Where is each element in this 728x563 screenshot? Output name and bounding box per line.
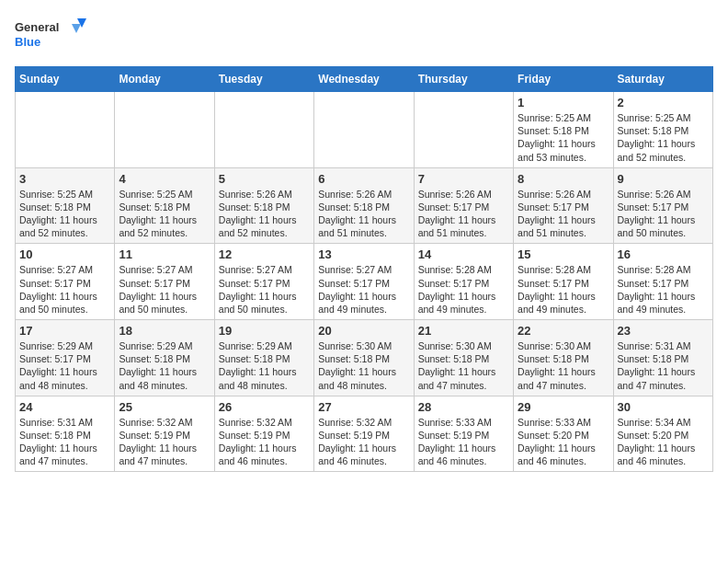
weekday-header-wednesday: Wednesday (314, 67, 414, 92)
calendar-table: SundayMondayTuesdayWednesdayThursdayFrid… (15, 66, 713, 472)
day-number: 15 (518, 247, 609, 261)
day-cell: 26Sunrise: 5:32 AMSunset: 5:19 PMDayligh… (214, 396, 313, 472)
day-info: Sunrise: 5:25 AMSunset: 5:18 PMDaylight:… (618, 111, 709, 164)
day-info: Sunrise: 5:26 AMSunset: 5:17 PMDaylight:… (418, 188, 509, 240)
day-info: Sunrise: 5:28 AMSunset: 5:17 PMDaylight:… (618, 263, 709, 316)
day-number: 26 (219, 400, 310, 414)
day-number: 5 (219, 172, 310, 186)
day-info: Sunrise: 5:32 AMSunset: 5:19 PMDaylight:… (119, 416, 210, 468)
day-cell: 24Sunrise: 5:31 AMSunset: 5:18 PMDayligh… (16, 396, 115, 472)
day-info: Sunrise: 5:27 AMSunset: 5:17 PMDaylight:… (119, 263, 210, 316)
day-cell: 16Sunrise: 5:28 AMSunset: 5:17 PMDayligh… (613, 244, 712, 320)
day-number: 23 (618, 324, 709, 338)
day-cell: 17Sunrise: 5:29 AMSunset: 5:17 PMDayligh… (16, 320, 115, 396)
weekday-header-monday: Monday (115, 67, 214, 92)
day-info: Sunrise: 5:29 AMSunset: 5:18 PMDaylight:… (219, 339, 310, 392)
logo: General Blue (15, 15, 88, 55)
day-info: Sunrise: 5:26 AMSunset: 5:17 PMDaylight:… (618, 188, 709, 240)
weekday-header-tuesday: Tuesday (214, 67, 313, 92)
day-number: 8 (518, 172, 609, 186)
day-info: Sunrise: 5:26 AMSunset: 5:17 PMDaylight:… (518, 188, 609, 240)
day-cell: 14Sunrise: 5:28 AMSunset: 5:17 PMDayligh… (414, 244, 513, 320)
day-cell: 2Sunrise: 5:25 AMSunset: 5:18 PMDaylight… (613, 92, 712, 168)
weekday-header-saturday: Saturday (613, 67, 712, 92)
day-number: 24 (19, 400, 110, 414)
day-number: 25 (119, 400, 210, 414)
day-number: 12 (219, 247, 310, 261)
day-cell: 19Sunrise: 5:29 AMSunset: 5:18 PMDayligh… (214, 320, 313, 396)
day-info: Sunrise: 5:26 AMSunset: 5:18 PMDaylight:… (318, 188, 409, 240)
day-info: Sunrise: 5:31 AMSunset: 5:18 PMDaylight:… (618, 339, 709, 392)
day-cell: 8Sunrise: 5:26 AMSunset: 5:17 PMDaylight… (514, 167, 613, 244)
day-cell: 4Sunrise: 5:25 AMSunset: 5:18 PMDaylight… (115, 167, 214, 244)
day-number: 29 (518, 400, 609, 414)
day-number: 20 (318, 324, 409, 338)
week-row-5: 24Sunrise: 5:31 AMSunset: 5:18 PMDayligh… (16, 396, 713, 472)
day-cell (414, 92, 513, 168)
day-number: 1 (518, 96, 609, 109)
day-cell (16, 92, 115, 168)
day-cell: 12Sunrise: 5:27 AMSunset: 5:17 PMDayligh… (214, 244, 313, 320)
day-number: 7 (418, 172, 509, 186)
day-info: Sunrise: 5:29 AMSunset: 5:17 PMDaylight:… (19, 339, 110, 392)
day-cell: 3Sunrise: 5:25 AMSunset: 5:18 PMDaylight… (16, 167, 115, 244)
day-number: 13 (318, 247, 409, 261)
day-number: 16 (618, 247, 709, 261)
day-cell: 9Sunrise: 5:26 AMSunset: 5:17 PMDaylight… (613, 167, 712, 244)
week-row-3: 10Sunrise: 5:27 AMSunset: 5:17 PMDayligh… (16, 244, 713, 320)
day-info: Sunrise: 5:28 AMSunset: 5:17 PMDaylight:… (418, 263, 509, 316)
svg-text:Blue: Blue (15, 35, 40, 49)
weekday-header-sunday: Sunday (16, 67, 115, 92)
day-info: Sunrise: 5:28 AMSunset: 5:17 PMDaylight:… (518, 263, 609, 316)
day-info: Sunrise: 5:32 AMSunset: 5:19 PMDaylight:… (219, 416, 310, 468)
day-info: Sunrise: 5:26 AMSunset: 5:18 PMDaylight:… (219, 188, 310, 240)
day-info: Sunrise: 5:27 AMSunset: 5:17 PMDaylight:… (219, 263, 310, 316)
day-cell: 15Sunrise: 5:28 AMSunset: 5:17 PMDayligh… (514, 244, 613, 320)
day-info: Sunrise: 5:31 AMSunset: 5:18 PMDaylight:… (19, 416, 110, 468)
day-number: 4 (119, 172, 210, 186)
week-row-1: 1Sunrise: 5:25 AMSunset: 5:18 PMDaylight… (16, 92, 713, 168)
day-cell: 10Sunrise: 5:27 AMSunset: 5:17 PMDayligh… (16, 244, 115, 320)
day-number: 27 (318, 400, 409, 414)
day-cell: 11Sunrise: 5:27 AMSunset: 5:17 PMDayligh… (115, 244, 214, 320)
logo-svg: General Blue (15, 15, 88, 55)
day-cell: 18Sunrise: 5:29 AMSunset: 5:18 PMDayligh… (115, 320, 214, 396)
day-info: Sunrise: 5:27 AMSunset: 5:17 PMDaylight:… (318, 263, 409, 316)
day-info: Sunrise: 5:34 AMSunset: 5:20 PMDaylight:… (618, 416, 709, 468)
day-info: Sunrise: 5:32 AMSunset: 5:19 PMDaylight:… (318, 416, 409, 468)
weekday-header-thursday: Thursday (414, 67, 513, 92)
day-number: 19 (219, 324, 310, 338)
day-cell: 28Sunrise: 5:33 AMSunset: 5:19 PMDayligh… (414, 396, 513, 472)
day-info: Sunrise: 5:27 AMSunset: 5:17 PMDaylight:… (19, 263, 110, 316)
day-info: Sunrise: 5:30 AMSunset: 5:18 PMDaylight:… (518, 339, 609, 392)
day-cell: 22Sunrise: 5:30 AMSunset: 5:18 PMDayligh… (514, 320, 613, 396)
day-cell: 23Sunrise: 5:31 AMSunset: 5:18 PMDayligh… (613, 320, 712, 396)
day-number: 28 (418, 400, 509, 414)
day-cell: 27Sunrise: 5:32 AMSunset: 5:19 PMDayligh… (314, 396, 414, 472)
day-cell: 13Sunrise: 5:27 AMSunset: 5:17 PMDayligh… (314, 244, 414, 320)
day-number: 22 (518, 324, 609, 338)
day-number: 30 (618, 400, 709, 414)
day-info: Sunrise: 5:30 AMSunset: 5:18 PMDaylight:… (418, 339, 509, 392)
day-info: Sunrise: 5:30 AMSunset: 5:18 PMDaylight:… (318, 339, 409, 392)
day-info: Sunrise: 5:29 AMSunset: 5:18 PMDaylight:… (119, 339, 210, 392)
day-cell: 21Sunrise: 5:30 AMSunset: 5:18 PMDayligh… (414, 320, 513, 396)
day-cell: 6Sunrise: 5:26 AMSunset: 5:18 PMDaylight… (314, 167, 414, 244)
page-header: General Blue (15, 15, 713, 55)
day-cell: 25Sunrise: 5:32 AMSunset: 5:19 PMDayligh… (115, 396, 214, 472)
svg-text:General: General (15, 20, 59, 34)
day-number: 21 (418, 324, 509, 338)
day-cell: 29Sunrise: 5:33 AMSunset: 5:20 PMDayligh… (514, 396, 613, 472)
day-cell: 7Sunrise: 5:26 AMSunset: 5:17 PMDaylight… (414, 167, 513, 244)
day-info: Sunrise: 5:33 AMSunset: 5:20 PMDaylight:… (518, 416, 609, 468)
weekday-header-friday: Friday (514, 67, 613, 92)
day-number: 14 (418, 247, 509, 261)
day-info: Sunrise: 5:25 AMSunset: 5:18 PMDaylight:… (518, 111, 609, 164)
day-info: Sunrise: 5:25 AMSunset: 5:18 PMDaylight:… (119, 188, 210, 240)
day-number: 6 (318, 172, 409, 186)
day-number: 3 (19, 172, 110, 186)
day-cell: 30Sunrise: 5:34 AMSunset: 5:20 PMDayligh… (613, 396, 712, 472)
weekday-header-row: SundayMondayTuesdayWednesdayThursdayFrid… (16, 67, 713, 92)
day-number: 2 (618, 96, 709, 109)
day-info: Sunrise: 5:25 AMSunset: 5:18 PMDaylight:… (19, 188, 110, 240)
